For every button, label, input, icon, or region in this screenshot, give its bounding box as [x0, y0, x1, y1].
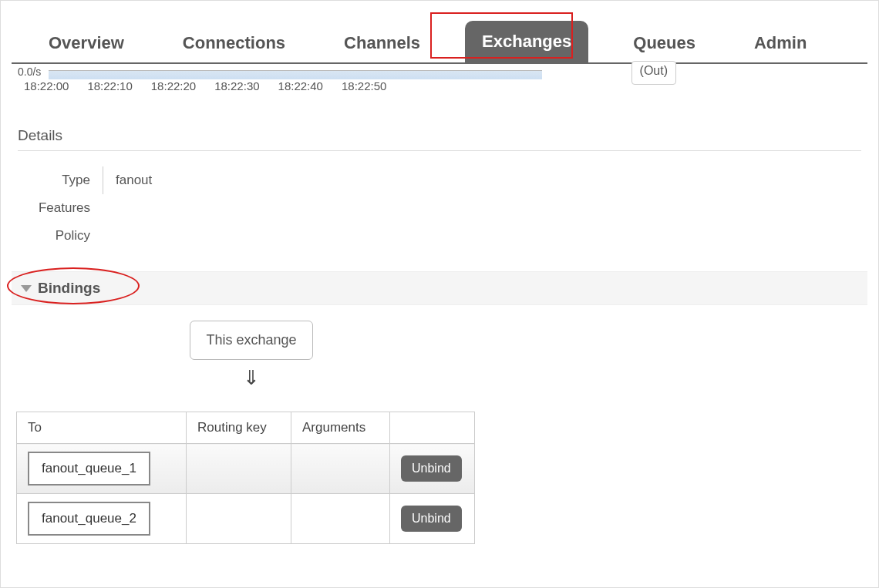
binding-arguments [291, 444, 390, 494]
queue-link[interactable]: fanout_queue_2 [28, 502, 150, 536]
bindings-title: Bindings [38, 280, 100, 297]
details-section: Details Type fanout Features Policy [12, 127, 867, 250]
tab-channels[interactable]: Channels [330, 24, 434, 62]
bindings-flow: This exchange ⇓ [170, 321, 332, 390]
binding-row: fanout_queue_2 Unbind [17, 494, 475, 544]
binding-routing-key [187, 494, 291, 544]
binding-routing-key [187, 444, 291, 494]
details-heading: Details [18, 127, 861, 151]
col-action [390, 412, 475, 444]
rate-legend-out: (Out) [631, 61, 676, 85]
xtick: 18:22:20 [151, 79, 196, 92]
xtick: 18:22:10 [87, 79, 132, 92]
detail-value-features [103, 194, 861, 222]
detail-value-type: fanout [103, 166, 861, 194]
tab-overview[interactable]: Overview [35, 24, 138, 62]
col-routing-key: Routing key [187, 412, 291, 444]
rate-value: 0.0/s [18, 66, 41, 78]
detail-label-policy: Policy [18, 222, 103, 250]
unbind-button[interactable]: Unbind [401, 506, 462, 532]
xtick: 18:22:00 [24, 79, 69, 92]
detail-value-policy [103, 222, 861, 250]
main-tabs: Overview Connections Channels Exchanges … [12, 8, 867, 64]
col-to: To [17, 412, 187, 444]
tab-connections[interactable]: Connections [169, 24, 299, 62]
message-rates-chart: 0.0/s (Out) 18:22:00 18:22:10 18:22:20 1… [12, 66, 867, 96]
xtick: 18:22:40 [278, 79, 323, 92]
unbind-button[interactable]: Unbind [401, 455, 462, 482]
bindings-header[interactable]: Bindings [12, 271, 867, 305]
down-arrow-icon: ⇓ [243, 366, 260, 390]
xtick: 18:22:30 [214, 79, 259, 92]
col-arguments: Arguments [291, 412, 390, 444]
bindings-table: To Routing key Arguments fanout_queue_1 … [16, 412, 475, 544]
rate-chart-area [49, 70, 542, 79]
xtick: 18:22:50 [342, 79, 386, 92]
tab-exchanges[interactable]: Exchanges [465, 21, 588, 62]
this-exchange-box: This exchange [190, 321, 312, 360]
detail-label-type: Type [18, 166, 103, 194]
binding-row: fanout_queue_1 Unbind [17, 444, 475, 494]
binding-arguments [291, 494, 390, 544]
collapse-icon [21, 285, 32, 292]
rate-chart-xticks: 18:22:00 18:22:10 18:22:20 18:22:30 18:2… [24, 79, 386, 92]
tab-queues[interactable]: Queues [619, 24, 709, 62]
detail-label-features: Features [18, 194, 103, 222]
queue-link[interactable]: fanout_queue_1 [28, 452, 150, 486]
tab-admin[interactable]: Admin [740, 24, 820, 62]
